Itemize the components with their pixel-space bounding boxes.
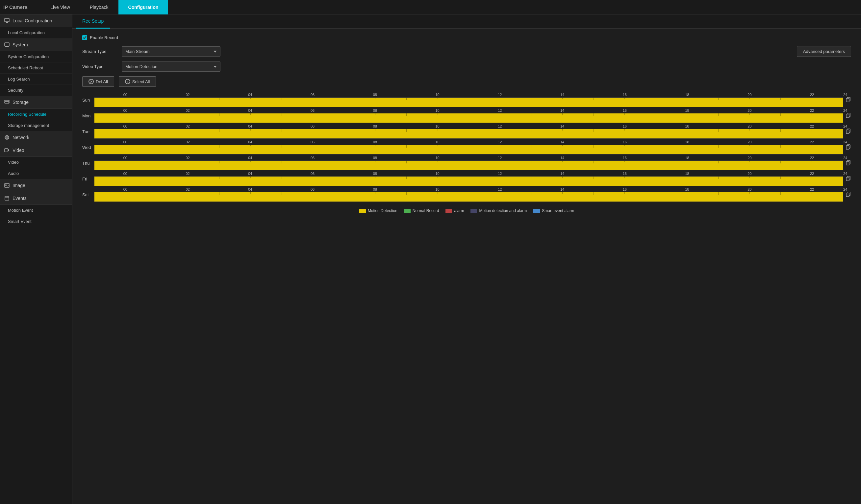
sidebar-item-system-configuration[interactable]: System Configuration xyxy=(0,51,72,62)
schedule-track-tue[interactable]: 00020406081012141618202224 xyxy=(94,124,843,139)
day-label-wed: Wed xyxy=(82,145,94,150)
sidebar-item-video[interactable]: Video xyxy=(0,157,72,168)
sidebar-item-local-configuration[interactable]: Local Configuration xyxy=(0,27,72,39)
legend-color-alarm xyxy=(446,209,452,213)
time-tick-12: 12 xyxy=(469,93,531,97)
sidebar-item-log-search[interactable]: Log Search xyxy=(0,74,72,85)
sidebar-group-local-config[interactable]: Local Configuration xyxy=(0,14,72,27)
time-tick-08: 08 xyxy=(344,124,406,128)
sidebar-group-video[interactable]: Video xyxy=(0,144,72,157)
sidebar-group-events[interactable]: Events xyxy=(0,192,72,205)
sub-tabs: Rec Setup xyxy=(72,14,861,29)
sidebar-group-storage[interactable]: Storage xyxy=(0,96,72,109)
sidebar-item-audio[interactable]: Audio xyxy=(0,168,72,179)
time-tick-20: 20 xyxy=(719,172,781,176)
advanced-params-button[interactable]: Advanced parameters xyxy=(797,46,851,57)
sidebar-group-system[interactable]: System xyxy=(0,39,72,51)
time-tick-12: 12 xyxy=(469,140,531,144)
schedule-track-thu[interactable]: 00020406081012141618202224 xyxy=(94,156,843,170)
brand-title: IP Camera xyxy=(3,4,27,10)
time-tick-02: 02 xyxy=(156,93,219,97)
schedule-track-fri[interactable]: 00020406081012141618202224 xyxy=(94,172,843,186)
schedule-bar-container-mon[interactable] xyxy=(94,113,843,123)
nav-tab-configuration[interactable]: Configuration xyxy=(119,0,168,14)
legend-item-motion-detection-and-alarm: Motion detection and alarm xyxy=(470,208,527,213)
time-tick-10: 10 xyxy=(406,156,469,160)
time-tick-22: 22 xyxy=(781,156,843,160)
del-all-button[interactable]: ✕ Del All xyxy=(82,76,114,87)
top-nav: IP Camera Live View Playback Configurati… xyxy=(0,0,861,14)
schedule-bar-container-fri[interactable] xyxy=(94,176,843,186)
schedule-bar-container-wed[interactable] xyxy=(94,145,843,155)
enable-record-checkbox[interactable] xyxy=(82,35,87,40)
time-tick-12: 12 xyxy=(469,109,531,112)
sidebar-group-image[interactable]: Image xyxy=(0,179,72,192)
copy-icon-thu[interactable] xyxy=(846,160,851,166)
time-tick-02: 02 xyxy=(156,156,219,160)
time-tick-16: 16 xyxy=(593,124,656,128)
time-tick-10: 10 xyxy=(406,124,469,128)
time-tick-06: 06 xyxy=(281,93,344,97)
sidebar-item-security[interactable]: Security xyxy=(0,85,72,96)
stream-type-label: Stream Type xyxy=(82,49,122,54)
sidebar-group-image-label: Image xyxy=(13,183,25,188)
time-tick-06: 06 xyxy=(281,187,344,191)
time-tick-10: 10 xyxy=(406,172,469,176)
time-tick-04: 04 xyxy=(219,124,282,128)
schedule-track-sun[interactable]: 00020406081012141618202224 xyxy=(94,93,843,107)
main-content: Rec Setup Enable Record Stream Type Main… xyxy=(72,14,861,504)
time-tick-22: 22 xyxy=(781,124,843,128)
schedule-row-wed: Wed00020406081012141618202224 xyxy=(82,140,851,155)
day-label-sat: Sat xyxy=(82,192,94,197)
copy-icon-sat[interactable] xyxy=(846,192,851,198)
legend: Motion DetectionNormal RecordalarmMotion… xyxy=(82,208,851,213)
sidebar-group-network-label: Network xyxy=(13,135,29,140)
time-tick-14: 14 xyxy=(531,93,593,97)
video-type-select[interactable]: Motion Detection Normal Record Alarm Mot… xyxy=(122,61,220,72)
copy-icon-sun[interactable] xyxy=(846,97,851,103)
svg-rect-24 xyxy=(846,98,849,102)
enable-record-label: Enable Record xyxy=(90,35,118,40)
time-tick-08: 08 xyxy=(344,172,406,176)
schedule-bar-container-thu[interactable] xyxy=(94,160,843,170)
schedule-row-sun: Sun00020406081012141618202224 xyxy=(82,93,851,107)
legend-color-smart-event-alarm xyxy=(533,209,540,213)
schedule-track-wed[interactable]: 00020406081012141618202224 xyxy=(94,140,843,155)
copy-icon-tue[interactable] xyxy=(846,128,851,135)
legend-label-motion-detection: Motion Detection xyxy=(368,208,397,213)
schedule-bar-container-tue[interactable] xyxy=(94,129,843,139)
time-tick-16: 16 xyxy=(593,140,656,144)
schedule-bar-container-sun[interactable] xyxy=(94,97,843,107)
nav-tab-playback[interactable]: Playback xyxy=(80,0,119,14)
legend-item-normal-record: Normal Record xyxy=(404,208,439,213)
schedule-track-mon[interactable]: 00020406081012141618202224 xyxy=(94,109,843,123)
video-icon xyxy=(4,147,10,153)
sidebar-item-recording-schedule[interactable]: Recording Schedule xyxy=(0,109,72,120)
time-tick-06: 06 xyxy=(281,109,344,112)
schedule-bar-container-sat[interactable] xyxy=(94,192,843,202)
system-icon xyxy=(4,42,10,48)
copy-icon-fri[interactable] xyxy=(846,176,851,182)
time-tick-08: 08 xyxy=(344,156,406,160)
time-tick-06: 06 xyxy=(281,140,344,144)
copy-icon-mon[interactable] xyxy=(846,113,851,119)
time-tick-22: 22 xyxy=(781,109,843,112)
time-tick-14: 14 xyxy=(531,140,593,144)
svg-rect-30 xyxy=(846,146,849,149)
time-tick-04: 04 xyxy=(219,172,282,176)
sidebar-item-motion-event[interactable]: Motion Event xyxy=(0,205,72,216)
sidebar-item-storage-management[interactable]: Storage management xyxy=(0,120,72,131)
select-all-button[interactable]: ○ Select All xyxy=(119,76,156,87)
time-tick-02: 02 xyxy=(156,140,219,144)
sub-tab-rec-setup[interactable]: Rec Setup xyxy=(76,14,110,29)
schedule-track-sat[interactable]: 00020406081012141618202224 xyxy=(94,187,843,202)
stream-type-select[interactable]: Main Stream Sub Stream xyxy=(122,46,220,57)
sidebar-group-network[interactable]: Network xyxy=(0,131,72,144)
svg-rect-28 xyxy=(846,130,849,134)
svg-rect-34 xyxy=(846,177,849,181)
sidebar-item-smart-event[interactable]: Smart Event xyxy=(0,216,72,227)
image-icon xyxy=(4,182,10,188)
nav-tab-live-view[interactable]: Live View xyxy=(40,0,80,14)
copy-icon-wed[interactable] xyxy=(846,144,851,151)
sidebar-item-scheduled-reboot[interactable]: Scheduled Reboot xyxy=(0,62,72,74)
